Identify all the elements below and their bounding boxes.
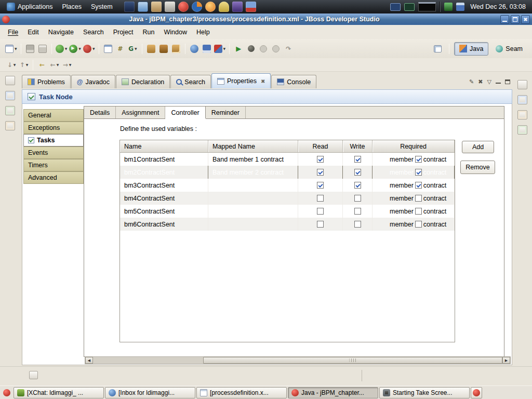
menu-project[interactable]: Project xyxy=(109,26,138,38)
monitor-launcher-icon[interactable] xyxy=(138,2,148,12)
resource-chart-icon[interactable] xyxy=(456,3,464,11)
read-checkbox[interactable] xyxy=(317,182,324,189)
tab-assignment[interactable]: Assignmnent xyxy=(116,107,165,118)
tip-of-day-icon[interactable] xyxy=(29,371,38,379)
jar-export-button[interactable] xyxy=(158,43,169,55)
write-checkbox[interactable] xyxy=(354,208,361,215)
menu-run[interactable]: Run xyxy=(138,26,159,38)
taskbar-button-xchat[interactable]: [XChat: ldimaggi_ ... xyxy=(14,387,104,398)
tab-javadoc[interactable]: Javadoc xyxy=(71,75,115,88)
external-tools-button[interactable] xyxy=(83,43,96,55)
taskbar-button-inbox[interactable]: [Inbox for ldimaggi... xyxy=(105,387,195,398)
restore-views-icon[interactable] xyxy=(517,80,527,89)
write-checkbox[interactable] xyxy=(354,156,361,163)
next-annotation-button[interactable]: ↓ xyxy=(6,59,17,71)
menu-window[interactable]: Window xyxy=(159,26,192,38)
table-row[interactable]: bm1ContractSent Band member 1 contract m… xyxy=(120,153,455,166)
read-checkbox[interactable] xyxy=(317,156,324,163)
minimized-view-icon[interactable] xyxy=(5,91,15,100)
required-checkbox[interactable] xyxy=(415,169,422,176)
minimized-outline-icon[interactable] xyxy=(517,125,527,135)
maximize-view-icon[interactable] xyxy=(505,79,510,84)
run-last-button[interactable]: ▶ xyxy=(233,43,244,55)
tab-console[interactable]: Console xyxy=(271,75,316,88)
read-checkbox[interactable] xyxy=(317,221,324,228)
last-edit-location-button[interactable]: ← xyxy=(36,59,48,71)
column-header-read[interactable]: Read xyxy=(298,140,343,152)
column-header-mapped-name[interactable]: Mapped Name xyxy=(208,140,298,152)
read-checkbox[interactable] xyxy=(317,195,324,202)
tab-controller[interactable]: Controller xyxy=(165,107,205,118)
open-perspective-button[interactable] xyxy=(432,43,444,55)
horizontal-scrollbar[interactable] xyxy=(85,356,511,364)
section-exceptions[interactable]: Exceptions xyxy=(23,122,84,134)
section-advanced[interactable]: Advanced xyxy=(23,171,84,184)
section-tasks[interactable]: Tasks xyxy=(23,134,84,147)
table-row[interactable]: bm6ContractSent membercontract xyxy=(120,218,455,231)
taskbar-button-processdefinition[interactable]: [processdefinition.x... xyxy=(196,387,287,398)
titlebar[interactable]: Java - jBPM_chapter3/processes/processde… xyxy=(0,14,532,25)
menu-edit[interactable]: Edit xyxy=(23,26,44,38)
package-launcher-icon[interactable] xyxy=(178,2,189,12)
web-browser-button[interactable] xyxy=(189,43,200,55)
taskbar-button-screenshot[interactable]: Starting Take Scree... xyxy=(379,387,470,398)
system-monitor-icon[interactable] xyxy=(404,3,415,11)
menu-file[interactable]: File xyxy=(3,26,23,38)
scroll-right-icon[interactable] xyxy=(502,357,510,364)
launch-config-button[interactable] xyxy=(214,43,227,55)
terminal-launcher-icon[interactable] xyxy=(124,2,135,12)
java-perspective-button[interactable]: Java xyxy=(454,42,488,56)
disabled-action-button-1[interactable] xyxy=(258,43,269,55)
forward-button[interactable]: → xyxy=(61,59,73,71)
minimized-view-icon[interactable] xyxy=(5,106,15,115)
tray-app-button[interactable] xyxy=(471,387,482,398)
menu-help[interactable]: Help xyxy=(192,26,215,38)
system-menu[interactable]: System xyxy=(86,0,117,14)
tab-properties[interactable]: Properties ✖ xyxy=(211,73,271,88)
section-events[interactable]: Events xyxy=(23,147,84,159)
camera-launcher-icon[interactable] xyxy=(232,2,243,12)
view-menu-icon[interactable]: ▽ xyxy=(487,78,491,85)
minimized-view-icon[interactable] xyxy=(5,121,15,130)
link-editor-icon[interactable]: ✎ xyxy=(469,78,474,85)
close-tab-icon[interactable]: ✖ xyxy=(261,78,265,84)
email-launcher-icon[interactable] xyxy=(205,2,216,12)
required-checkbox[interactable] xyxy=(415,195,422,202)
new-project-button[interactable] xyxy=(102,43,114,55)
write-checkbox[interactable] xyxy=(354,169,361,176)
ant-build-button[interactable] xyxy=(245,43,257,55)
menu-navigate[interactable]: Navigate xyxy=(44,26,78,38)
minimize-button[interactable] xyxy=(500,15,509,24)
minimized-editor-icon[interactable] xyxy=(517,95,527,104)
places-menu[interactable]: Places xyxy=(57,0,86,14)
console-view-button[interactable] xyxy=(201,43,212,55)
scroll-thumb[interactable] xyxy=(203,357,502,364)
column-header-name[interactable]: Name xyxy=(120,140,208,152)
menu-search[interactable]: Search xyxy=(78,26,109,38)
minimize-view-icon[interactable] xyxy=(496,79,501,84)
new-package-button[interactable]: # xyxy=(115,43,126,55)
print-button[interactable] xyxy=(37,43,48,55)
section-general[interactable]: General xyxy=(23,109,84,122)
firefox-launcher-icon[interactable] xyxy=(192,2,202,12)
taskbar-button-jboss-studio[interactable]: Java - jBPM_chapter... xyxy=(288,387,378,398)
column-header-write[interactable]: Write xyxy=(343,140,373,152)
required-checkbox[interactable] xyxy=(415,182,422,189)
section-timers[interactable]: Timers xyxy=(23,159,84,171)
maximize-button[interactable] xyxy=(511,15,520,24)
back-button[interactable]: ← xyxy=(49,59,60,71)
tab-declaration[interactable]: Declaration xyxy=(116,75,170,88)
scroll-left-icon[interactable] xyxy=(85,357,93,364)
tab-reminder[interactable]: Reminder xyxy=(206,107,246,118)
previous-annotation-button[interactable]: ↑ xyxy=(18,59,30,71)
debug-button[interactable] xyxy=(55,43,68,55)
printer-launcher-icon[interactable] xyxy=(165,2,175,12)
power-manager-icon[interactable] xyxy=(444,3,453,11)
run-button[interactable] xyxy=(69,43,82,55)
table-row[interactable]: bm4ContractSent membercontract xyxy=(120,192,455,205)
save-button[interactable] xyxy=(24,43,36,55)
network-monitor-icon[interactable] xyxy=(390,3,401,11)
clock[interactable]: Wed Dec 26, 03:08 xyxy=(470,3,526,10)
tab-problems[interactable]: Problems xyxy=(22,75,71,88)
users-launcher-icon[interactable] xyxy=(219,2,229,12)
